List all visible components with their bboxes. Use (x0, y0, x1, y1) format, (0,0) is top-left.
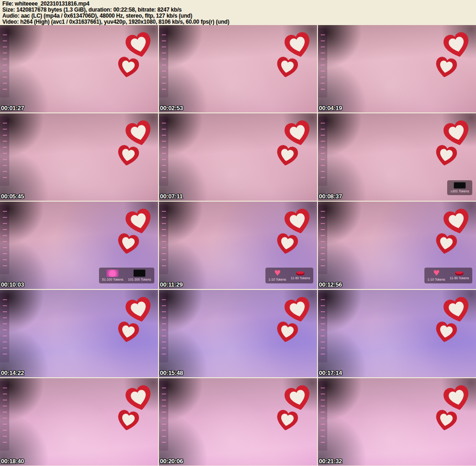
heart-pillows (417, 28, 473, 84)
tip-overlay-label: 51-100 Tokens (102, 278, 124, 282)
heart-pillows (258, 293, 314, 348)
tip-overlay: 51-100 Tokens101-300 Tokens (99, 268, 154, 283)
heart-pillow-icon (271, 227, 304, 257)
heart-pillow-icon (112, 404, 145, 434)
tip-menu-panel (0, 381, 9, 451)
tip-overlay-label: 11-50 Tokens (291, 276, 310, 280)
heart-pillow-icon (271, 315, 304, 346)
timestamp-label: 00:07:11 (160, 193, 183, 200)
heart-icon: ♥ (433, 269, 439, 277)
tip-overlay-label: 1-10 Tokens (428, 278, 445, 282)
heart-pillows (99, 28, 155, 84)
video-info-line: Video: h264 (High) (avc1 / 0x31637661), … (2, 19, 474, 25)
tip-overlay-item: ♥1-10 Tokens (428, 269, 445, 282)
timestamp-label: 00:05:45 (1, 193, 24, 200)
heart-pillows (99, 293, 155, 348)
video-thumbnail: 00:02:53 (159, 25, 317, 112)
heart-pillows (99, 116, 155, 172)
tip-menu-panel (0, 28, 9, 98)
tip-menu-panel (159, 381, 168, 451)
tip-menu-panel (159, 293, 168, 362)
tip-overlay-item: 11-50 Tokens (450, 269, 469, 282)
tip-overlay: ♥1-10 Tokens11-50 Tokens (265, 268, 313, 283)
heart-pillow-icon (430, 404, 463, 434)
video-thumbnail: 00:07:11 (159, 113, 317, 201)
heart-pillow-icon (271, 139, 304, 169)
video-thumbnail: 00:01:27 (0, 25, 158, 112)
tip-menu-panel (159, 204, 168, 274)
timestamp-label: 00:10:03 (1, 281, 24, 288)
timestamp-label: 00:04:19 (319, 105, 342, 112)
timestamp-label: 00:11:29 (160, 281, 183, 288)
timestamp-label: 00:14:22 (1, 369, 24, 376)
tip-menu-panel (0, 293, 9, 362)
timestamp-label: 00:02:53 (160, 105, 183, 112)
heart-pillows (258, 116, 314, 172)
file-info-header: File: whiteeee_202310131816.mp4 Size: 14… (0, 0, 476, 25)
heart-pillow-icon (430, 227, 463, 257)
timestamp-label: 00:15:48 (160, 369, 183, 376)
tip-menu-panel (318, 116, 327, 186)
timestamp-label: 00:17:14 (319, 369, 342, 376)
video-thumbnail: ≥301 Tokens 00:08:37 (318, 113, 476, 201)
tip-overlay-item: 101-300 Tokens (128, 269, 151, 282)
heart-pillows (258, 28, 314, 84)
heart-pillow-icon (430, 139, 463, 169)
heart-pillows (417, 293, 473, 348)
heart-pillow-icon (112, 139, 145, 169)
tip-menu-panel (318, 381, 327, 451)
tip-menu-panel (318, 293, 327, 362)
heart-pillow-icon (112, 51, 145, 81)
video-thumbnail: 00:21:32 (318, 378, 476, 466)
thumbnail-grid: 00:01:27 00:02:53 (0, 25, 476, 466)
video-thumbnail: 00:04:19 (318, 25, 476, 112)
dark-tile-icon (133, 269, 145, 277)
heart-pillow-icon (271, 404, 304, 434)
tip-menu-panel (0, 116, 9, 186)
video-thumbnail: 00:17:14 (318, 290, 476, 377)
video-thumbnail: 00:15:48 (159, 290, 317, 377)
heart-pillow-icon (112, 315, 145, 346)
video-thumbnail: ♥1-10 Tokens11-50 Tokens 00:11:29 (159, 202, 317, 289)
heart-pillows (417, 381, 473, 437)
tip-overlay-item: 11-50 Tokens (291, 269, 310, 282)
tip-overlay-label: 1-10 Tokens (269, 278, 286, 282)
tip-menu-panel (318, 204, 327, 274)
timestamp-label: 00:08:37 (319, 193, 342, 200)
heart-pillows (99, 204, 155, 260)
tip-menu-panel (0, 204, 9, 274)
heart-pillows (417, 116, 473, 172)
timestamp-label: 00:20:06 (160, 458, 183, 465)
video-thumbnail: 00:05:45 (0, 113, 158, 201)
screen-icon (454, 182, 466, 189)
heart-pillows (258, 204, 314, 260)
lips-tile-icon (106, 269, 119, 277)
video-thumbnail: 00:20:06 (159, 378, 317, 466)
timestamp-label: 00:21:32 (319, 458, 342, 465)
tip-overlay-label: ≥301 Tokens (450, 190, 469, 193)
tip-menu-panel (159, 116, 168, 186)
tip-menu-panel (318, 28, 327, 98)
video-thumbnail: 00:14:22 (0, 290, 158, 377)
video-thumbnail: ♥1-10 Tokens11-50 Tokens 00:12:56 (318, 202, 476, 289)
tip-overlay-item: 51-100 Tokens (102, 269, 124, 282)
lips-icon (455, 271, 463, 276)
timestamp-label: 00:12:56 (319, 281, 342, 288)
timestamp-label: 00:18:40 (1, 458, 24, 465)
tip-overlay-item: ≥301 Tokens (450, 182, 469, 193)
timestamp-label: 00:01:27 (1, 105, 24, 112)
lips-icon (296, 271, 304, 276)
heart-pillows (417, 204, 473, 260)
video-thumbnail: 51-100 Tokens101-300 Tokens 00:10:03 (0, 202, 158, 289)
heart-pillow-icon (112, 227, 145, 257)
heart-pillows (99, 381, 155, 437)
tip-overlay: ♥1-10 Tokens11-50 Tokens (424, 268, 472, 283)
heart-pillow-icon (430, 315, 463, 346)
heart-pillow-icon (430, 51, 463, 81)
heart-pillow-icon (271, 51, 304, 81)
heart-pillows (258, 381, 314, 437)
tip-overlay-label: 101-300 Tokens (128, 278, 151, 282)
video-thumbnail: 00:18:40 (0, 378, 158, 466)
tip-overlay: ≥301 Tokens (447, 180, 472, 195)
tip-overlay-item: ♥1-10 Tokens (269, 269, 286, 282)
